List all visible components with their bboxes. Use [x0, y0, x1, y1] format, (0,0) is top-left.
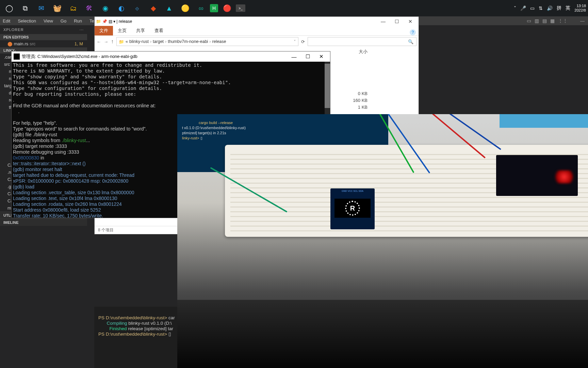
- explorer-title: XPLORER: [3, 28, 24, 32]
- file-size: 1 KB: [358, 105, 368, 110]
- vscode-minimize-icon[interactable]: —: [580, 18, 585, 24]
- gdb-minimize-button[interactable]: —: [287, 54, 301, 60]
- fe-navbar: ← → ↑ 📁 « blinky-rust› target› thumbv7m-…: [95, 36, 419, 47]
- fe-tab-home[interactable]: 主页: [113, 26, 131, 35]
- tray-clock[interactable]: 13:18 2022/8: [574, 4, 586, 13]
- editor-file: ⬤ main.rs src: [7, 41, 35, 46]
- nav-up-icon[interactable]: ↑: [111, 39, 114, 45]
- taskbar-icon-office[interactable]: ◆: [146, 1, 160, 15]
- terminal-cursor: ▯: [167, 332, 171, 337]
- vscode-layout-icons: ▭ ▥ ▤ ▦ ⋮⋮: [527, 16, 568, 25]
- fe-maximize-button[interactable]: ☐: [390, 19, 404, 24]
- tray-ime-icon[interactable]: 拼: [557, 5, 561, 11]
- size-column-header[interactable]: 大小: [359, 49, 368, 55]
- nav-back-icon[interactable]: ←: [97, 39, 101, 44]
- fe-ribbon: 文件 主页 共享 查看 ?: [95, 26, 419, 36]
- taskbar-icon-folder[interactable]: 🗂: [66, 1, 80, 15]
- terminal-prompt: PS D:\rust\embedded\blinky-rust>: [98, 315, 167, 320]
- editor-status: 1, M: [75, 41, 83, 46]
- taskbar-icon-terminal[interactable]: >_: [236, 4, 245, 12]
- layout-icon[interactable]: ⋮⋮: [558, 18, 568, 24]
- taskbar: ◯ ⧉ ✉ 🧺 🗂 🛠 ◉ ◐ ⟐ ◆ ▲ 🟡 ∞ H 🔴 >_ ˅ 🎤 ▭ ⇅…: [0, 0, 588, 16]
- taskbar-icon-link[interactable]: ⧉: [18, 1, 32, 15]
- taskbar-tray: ˅ 🎤 ▭ ⇅ 🔊 拼 英 13:18 2022/8: [514, 0, 586, 16]
- fe-title-text: release: [119, 19, 132, 24]
- layout-icon[interactable]: ▤: [542, 18, 547, 24]
- taskbar-icon-vscode[interactable]: ⟐: [130, 1, 144, 15]
- gdb-titlebar[interactable]: 管理员: C:\Windows\System32\cmd.exe - arm-n…: [12, 51, 330, 62]
- gdb-maximize-button[interactable]: ☐: [301, 53, 314, 60]
- fe-tab-file[interactable]: 文件: [95, 26, 113, 35]
- open-editor-row[interactable]: ⬤ main.rs src 1, M: [0, 40, 87, 47]
- tray-lang[interactable]: 英: [566, 5, 570, 11]
- layout-icon[interactable]: ▭: [527, 18, 531, 24]
- gdb-scroll-thumb[interactable]: [325, 64, 330, 108]
- search-icon[interactable]: 🔍: [408, 39, 413, 44]
- menu-view[interactable]: View: [44, 18, 53, 24]
- fe-minimize-button[interactable]: —: [376, 19, 390, 24]
- crumb[interactable]: «: [126, 39, 128, 44]
- fe-address-bar[interactable]: 📁 « blinky-rust› target› thumbv7m-none-e…: [116, 37, 298, 46]
- tray-mic-icon[interactable]: 🎤: [520, 5, 526, 11]
- photo-terminal: cargo build --release t v0.1.0 (D:\rust\…: [182, 120, 246, 141]
- taskbar-icon-app[interactable]: ▲: [162, 1, 176, 15]
- photo-oled-module: GND VCC SCL SDA R: [330, 188, 375, 229]
- layout-icon[interactable]: ▥: [535, 18, 539, 24]
- taskbar-icon-browser[interactable]: ◐: [114, 1, 128, 15]
- tray-net-icon[interactable]: ⇅: [539, 5, 543, 11]
- terminal-text: release [optimized] tar: [127, 326, 174, 331]
- taskbar-icon-circle[interactable]: ◯: [2, 1, 16, 15]
- terminal-text: blinky-rust v0.1.0 (D:\: [127, 321, 172, 326]
- fe-search-box[interactable]: 🔍: [308, 37, 416, 46]
- hardware-photo: cargo build --release t v0.1.0 (D:\rust\…: [177, 114, 588, 368]
- tray-chevron-icon[interactable]: ˅: [514, 5, 516, 11]
- pin-icon[interactable]: 📌: [102, 19, 107, 24]
- oled-screen: R: [334, 199, 371, 218]
- chevron-down-icon[interactable]: ▾: [113, 19, 115, 24]
- fe-help-icon[interactable]: ?: [410, 29, 416, 35]
- folder-icon: 📁: [96, 19, 101, 24]
- menu-edit[interactable]: Edit: [3, 18, 10, 24]
- terminal-prompt: PS D:\rust\embedded\blinky-rust>: [98, 332, 167, 337]
- layout-icon[interactable]: ▦: [550, 18, 555, 24]
- nav-refresh-icon[interactable]: ⟳: [301, 39, 305, 44]
- clock-time: 13:18: [574, 4, 586, 8]
- crumb[interactable]: blinky-rust: [129, 39, 149, 44]
- terminal-finished: Finished: [110, 326, 127, 331]
- terminal-compiling: Compiling: [107, 321, 127, 326]
- fe-tab-view[interactable]: 查看: [150, 26, 168, 35]
- taskbar-icon-h[interactable]: H: [210, 4, 218, 12]
- doc-icon[interactable]: ▤: [109, 19, 112, 24]
- taskbar-icon-edge[interactable]: ◉: [98, 1, 112, 15]
- explorer-dots-icon[interactable]: ···: [80, 28, 84, 32]
- tray-vol-icon[interactable]: 🔊: [547, 5, 553, 11]
- open-editors-header[interactable]: PEN EDITORS: [0, 34, 87, 40]
- clock-date: 2022/8: [574, 8, 586, 13]
- menu-go[interactable]: Go: [61, 18, 66, 24]
- rust-logo-icon: R: [345, 201, 360, 216]
- tray-screen-icon[interactable]: ▭: [530, 5, 535, 11]
- taskbar-icon-mail[interactable]: ✉: [34, 1, 48, 15]
- fe-close-button[interactable]: ✕: [404, 19, 417, 24]
- file-size: 160 KB: [353, 98, 368, 103]
- menu-run[interactable]: Run: [74, 18, 82, 24]
- timeline-header[interactable]: IMELINE: [0, 219, 87, 226]
- gdb-close-button[interactable]: ✕: [314, 53, 328, 60]
- taskbar-icon-spotify[interactable]: 🔴: [220, 1, 234, 15]
- taskbar-icon-tool[interactable]: 🛠: [82, 1, 96, 15]
- nav-forward-icon[interactable]: →: [104, 39, 108, 44]
- fe-tab-share[interactable]: 共享: [131, 26, 150, 35]
- file-size: 0 KB: [358, 91, 368, 96]
- oled-pin-label: GND VCC SCL SDA: [330, 188, 375, 192]
- taskbar-icon-arduino[interactable]: ∞: [194, 1, 208, 15]
- gdb-title-text: 管理员: C:\Windows\System32\cmd.exe - arm-n…: [22, 54, 137, 60]
- photo-power-led: [554, 170, 574, 183]
- crumb[interactable]: thumbv7m-none-eabi: [168, 39, 208, 44]
- cmd-icon: [14, 53, 20, 60]
- crumb[interactable]: target: [153, 39, 164, 44]
- menu-selection[interactable]: Selection: [18, 18, 36, 24]
- taskbar-icon-store[interactable]: 🧺: [50, 1, 64, 15]
- taskbar-icon-chrome[interactable]: 🟡: [178, 1, 192, 15]
- crumb[interactable]: release: [212, 39, 226, 44]
- fe-titlebar[interactable]: 📁 📌 ▤ ▾ | release — ☐ ✕: [95, 17, 419, 26]
